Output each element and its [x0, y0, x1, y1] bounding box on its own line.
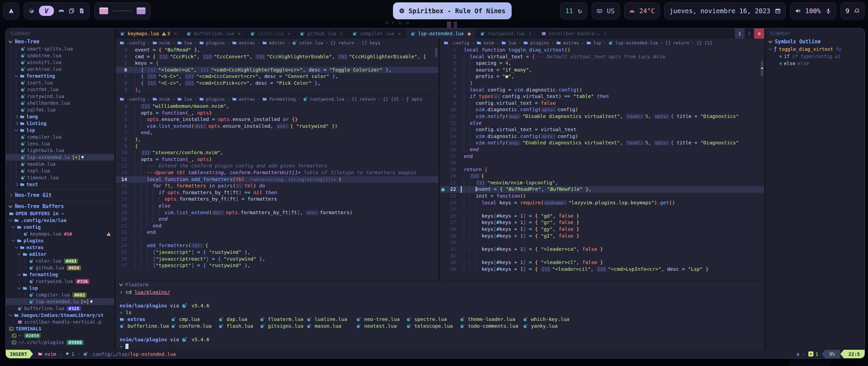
breadcrumb-segment[interactable]: extras [563, 40, 579, 45]
code-line[interactable]: 4 cmd = { [1]"CccPick", [2]"CccConvert",… [116, 54, 438, 60]
code-line[interactable]: 18 [440, 160, 764, 166]
breadcrumb-segment[interactable]: {} return [331, 40, 354, 45]
breadcrumb-segment[interactable]: .config [451, 40, 469, 45]
code-line[interactable]: 3 ▏ [1]"williamboman/mason.nvim", [116, 103, 438, 110]
close-icon[interactable]: × [288, 31, 290, 36]
buffer-tab[interactable]: compiler.lua × [348, 28, 406, 39]
code-line[interactable]: 23 ▏ ▏ init = function() [440, 193, 764, 200]
code-line[interactable]: 32 [440, 252, 764, 259]
tree-row[interactable]: │ └ github.lua #654 [6, 264, 114, 271]
code-line[interactable]: 11 ▏ opts = function(_, opts) [116, 156, 438, 163]
close-icon[interactable]: × [529, 31, 532, 36]
breadcrumb-segment[interactable]: plugins [206, 97, 225, 102]
tabpage-1[interactable]: 1 [735, 28, 744, 39]
code-line[interactable]: 8 ▏ { [1]"<C-c>", [2]"<cmd>CccPick<cr>",… [116, 80, 438, 87]
arch-logo-icon[interactable] [8, 8, 14, 14]
code-line[interactable]: 17 ▏ ▏ ▏ ▏ ▏ opts.formatters_by_ft[ft] =… [116, 196, 438, 203]
project-name[interactable]: nvim [45, 351, 56, 357]
neotree-section-buffers[interactable]: Neo-Tree Buffers [6, 203, 114, 210]
code-line[interactable]: 10 ▏ [1]"stevearc/conform.nvim", [116, 149, 438, 156]
tree-row[interactable]: formatting [6, 271, 114, 278]
code-line[interactable]: 28 ▏ ▏ ▏ keys[#keys + 1] = { "gy", false… [440, 226, 764, 233]
close-icon[interactable]: × [398, 31, 401, 36]
code-line[interactable]: 5 keys = { [116, 60, 438, 67]
outline-item[interactable]: ƒ toggle_diag_virtext fu [766, 45, 865, 53]
breadcrumb-segment[interactable]: nvim [484, 40, 494, 45]
close-icon[interactable]: × [174, 31, 177, 36]
tree-row[interactable]: │ │ compiler.lua [6, 134, 114, 140]
code-line[interactable]: 29 ▏ ▏ ▏ keys[#keys + 1] = { "gI", false… [440, 233, 764, 240]
code-line[interactable]: 22 ▏ ▏ event = { "BufReadPre", "BufNewFi… [440, 186, 764, 193]
workspace-document-icon[interactable] [79, 8, 84, 14]
code-line[interactable]: 14 ▏ ▏ vim.diagnostic.config(opts:config… [440, 133, 764, 140]
breadcrumb-segment[interactable]: formatting [269, 97, 296, 102]
outline-item[interactable]: ◇ else else [766, 60, 865, 67]
tree-row[interactable]: └ bufferline.lua #328 [6, 305, 114, 312]
tree-row[interactable]: ~ #2859 [6, 332, 114, 339]
code-line[interactable]: 4 ▏ opts = function(_, opts) [116, 110, 438, 117]
code-line[interactable]: 7 ▏ end, [116, 129, 438, 136]
code-line[interactable]: 19 ▏ ▏ ▏ ▏ ▏ vim.list_extend(dst:opts.fo… [116, 209, 438, 216]
tree-row[interactable]: │ └ sqlfmt.lua [6, 106, 114, 113]
buffer-tab[interactable]: lsp-extended.lua ● [406, 28, 476, 39]
code-line[interactable]: 23 [116, 236, 438, 243]
breadcrumb-segment[interactable]: .config [126, 40, 145, 45]
weather-pill[interactable]: 24°C [624, 2, 660, 19]
breadcrumb-segment[interactable]: lua [508, 40, 516, 45]
terminal-output[interactable]: › cd lua/plugins/nvim/lua/plugins via v5… [116, 289, 764, 349]
buffer-tab[interactable]: scrollbar-handle-… × [537, 28, 612, 39]
workspace-games-icon[interactable] [59, 8, 64, 14]
code-line[interactable]: 24 ▏ ▏ add_formatters(tbl:{ [116, 242, 438, 249]
breadcrumb-segment[interactable]: plugins [530, 40, 549, 45]
tree-row[interactable]: │ │ repl.lua [6, 167, 114, 174]
tree-row[interactable]: │ │ winshift.lua [6, 59, 114, 66]
tree-row[interactable]: OPEN BUFFERS in ~ [6, 210, 114, 217]
code-line[interactable]: 12 ▏ ▏ --- Extend the conform plugin con… [116, 163, 438, 169]
code-line[interactable]: 6 ▏ { [1]"<leader>uC", [2]"<cmd>CccHighl… [116, 67, 438, 74]
tree-row[interactable]: │ └ worktree.lua [6, 66, 114, 73]
updates-pill[interactable]: 11 ↻ [560, 2, 587, 19]
breadcrumb-segment[interactable]: extras [239, 40, 255, 45]
tree-row[interactable]: Juegos/Indies/SteamLibrary/st [6, 312, 114, 319]
color-lua-pane[interactable]: .config›nvim›lua›plugins›extras›editor›c… [116, 39, 438, 95]
scrollbar-handle[interactable] [761, 61, 763, 77]
code-line[interactable]: 4 ▏ ▏ source = "if_many", [440, 67, 764, 74]
workspace-active-nvim[interactable]: V [39, 6, 54, 16]
tree-row[interactable]: .config/nvim/lua [6, 217, 114, 224]
tree-row[interactable]: │ linting [6, 120, 114, 127]
code-line[interactable]: 9 }, [116, 87, 438, 94]
breadcrumb-segment[interactable]: {} [2] [383, 97, 399, 102]
code-line[interactable]: 14 ▏ ▏ local function add_formatters(tbl… [116, 176, 438, 183]
code-line[interactable]: 8 ▏ if type(v:config.virtual_text) == "t… [440, 93, 764, 100]
code-line[interactable]: 31 ▏ ▏ ▏ keys[#keys + 1] = { "<leader>ca… [440, 246, 764, 253]
code-line[interactable]: 16 ▏ end [440, 146, 764, 153]
breadcrumb-segment[interactable]: nvim [159, 97, 170, 102]
breadcrumb-segment[interactable]: rustywind.lua [310, 97, 344, 102]
code-line[interactable]: 1 local function toggle_diag_virtext() [440, 47, 764, 54]
neotree-section-files[interactable]: Neo-Tree [6, 38, 114, 45]
tree-row[interactable]: │ │ undotree.lua [6, 52, 114, 59]
code-line[interactable]: 25 ▏ ▏ ▏ ["javascript"] = { "rustywind" … [116, 249, 438, 256]
tree-row[interactable]: │ │ rustywind.lua [6, 93, 114, 100]
tree-row[interactable]: │ test [6, 181, 114, 188]
window-preview-thumbnail[interactable] [99, 7, 108, 14]
tree-row[interactable]: │ │ color.lua #493 [6, 258, 114, 264]
tree-row[interactable]: └ scrollbar-handle-vertical.p [6, 319, 114, 325]
window-preview-thumbnail[interactable] [137, 7, 145, 14]
code-line[interactable]: 11 ▏ ▏ vim.notify(msg:"Disable diagnosti… [440, 113, 764, 120]
workspace-browser-icon[interactable] [29, 8, 34, 14]
buffer-tab[interactable]: keymaps.lua 3 × [116, 28, 182, 39]
code-line[interactable]: 12 ▏ else [440, 120, 764, 127]
code-line[interactable]: 7 ▏ { [1]"<S-C>", [2]"<cmd>CccConvert<cr… [116, 73, 438, 80]
code-line[interactable]: 3 event = { "BufRead" }, [116, 47, 438, 54]
code-line[interactable]: 20 ▏ [1]{ [440, 173, 764, 180]
tree-row[interactable]: lsp [6, 285, 114, 291]
breadcrumb-segment[interactable]: editor [269, 40, 285, 45]
breadcrumb-segment[interactable]: lsp-extended.lua [615, 40, 658, 45]
close-icon[interactable]: × [340, 31, 343, 36]
close-icon[interactable]: × [604, 31, 607, 36]
breadcrumb-segment[interactable]: [] keys [362, 40, 380, 45]
breadcrumb-segment[interactable]: ƒ opts [406, 97, 422, 102]
code-line[interactable]: 7 ▏ local config = vim.diagnostic.config… [440, 87, 764, 94]
keyboard-layout-pill[interactable]: US [592, 2, 620, 19]
